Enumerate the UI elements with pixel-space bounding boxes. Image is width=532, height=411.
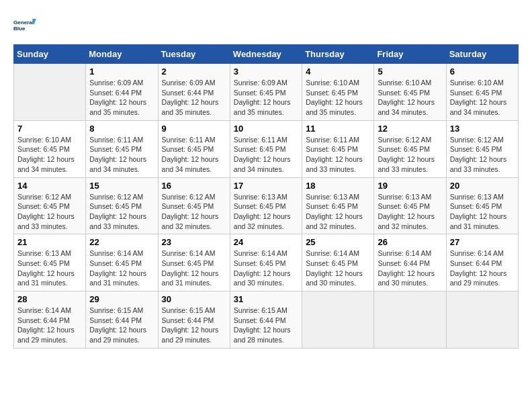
day-info: Sunrise: 6:09 AM Sunset: 6:44 PM Dayligh… (89, 78, 154, 118)
calendar-cell: 16Sunrise: 6:12 AM Sunset: 6:45 PM Dayli… (158, 177, 230, 234)
calendar-cell (446, 291, 518, 349)
day-number: 9 (162, 124, 226, 134)
day-number: 29 (89, 294, 154, 304)
day-number: 21 (17, 237, 82, 247)
day-header-friday: Friday (374, 45, 446, 64)
day-number: 12 (378, 124, 442, 134)
day-info: Sunrise: 6:10 AM Sunset: 6:45 PM Dayligh… (17, 135, 82, 175)
day-number: 3 (234, 66, 298, 77)
day-number: 7 (17, 124, 82, 134)
calendar-cell: 24Sunrise: 6:14 AM Sunset: 6:45 PM Dayli… (230, 234, 302, 291)
day-number: 8 (89, 124, 154, 134)
calendar-cell: 8Sunrise: 6:11 AM Sunset: 6:45 PM Daylig… (86, 120, 158, 177)
day-info: Sunrise: 6:14 AM Sunset: 6:45 PM Dayligh… (89, 248, 154, 288)
day-info: Sunrise: 6:14 AM Sunset: 6:44 PM Dayligh… (378, 248, 442, 288)
day-header-thursday: Thursday (302, 45, 374, 64)
calendar-cell: 1Sunrise: 6:09 AM Sunset: 6:44 PM Daylig… (86, 64, 158, 121)
calendar-cell: 12Sunrise: 6:12 AM Sunset: 6:45 PM Dayli… (374, 120, 446, 177)
day-number: 10 (234, 124, 298, 134)
day-number: 27 (450, 237, 515, 247)
calendar-cell: 29Sunrise: 6:15 AM Sunset: 6:44 PM Dayli… (86, 291, 158, 349)
calendar-cell: 14Sunrise: 6:12 AM Sunset: 6:45 PM Dayli… (14, 177, 86, 234)
calendar-header-row: SundayMondayTuesdayWednesdayThursdayFrid… (14, 45, 519, 64)
day-info: Sunrise: 6:09 AM Sunset: 6:45 PM Dayligh… (234, 78, 298, 118)
week-row-1: 1Sunrise: 6:09 AM Sunset: 6:44 PM Daylig… (14, 64, 519, 121)
day-info: Sunrise: 6:10 AM Sunset: 6:45 PM Dayligh… (306, 78, 370, 118)
day-header-tuesday: Tuesday (158, 45, 230, 64)
calendar-cell: 26Sunrise: 6:14 AM Sunset: 6:44 PM Dayli… (374, 234, 446, 291)
day-info: Sunrise: 6:13 AM Sunset: 6:45 PM Dayligh… (306, 192, 370, 232)
calendar-cell: 25Sunrise: 6:14 AM Sunset: 6:45 PM Dayli… (302, 234, 374, 291)
calendar-cell: 13Sunrise: 6:12 AM Sunset: 6:45 PM Dayli… (446, 120, 518, 177)
day-info: Sunrise: 6:12 AM Sunset: 6:45 PM Dayligh… (450, 135, 515, 175)
day-number: 30 (162, 294, 226, 304)
day-number: 25 (306, 237, 370, 247)
day-info: Sunrise: 6:13 AM Sunset: 6:45 PM Dayligh… (378, 192, 442, 232)
day-info: Sunrise: 6:11 AM Sunset: 6:45 PM Dayligh… (162, 135, 226, 175)
day-info: Sunrise: 6:14 AM Sunset: 6:45 PM Dayligh… (162, 248, 226, 288)
calendar-cell: 27Sunrise: 6:14 AM Sunset: 6:44 PM Dayli… (446, 234, 518, 291)
calendar-cell: 4Sunrise: 6:10 AM Sunset: 6:45 PM Daylig… (302, 64, 374, 121)
day-info: Sunrise: 6:10 AM Sunset: 6:45 PM Dayligh… (450, 78, 515, 118)
day-number: 17 (234, 181, 298, 191)
day-number: 23 (162, 237, 226, 247)
day-number: 6 (450, 66, 515, 77)
day-info: Sunrise: 6:14 AM Sunset: 6:45 PM Dayligh… (234, 248, 298, 288)
logo-icon: GeneralBlue (13, 13, 38, 38)
day-header-monday: Monday (86, 45, 158, 64)
day-info: Sunrise: 6:14 AM Sunset: 6:45 PM Dayligh… (306, 248, 370, 288)
calendar-cell: 19Sunrise: 6:13 AM Sunset: 6:45 PM Dayli… (374, 177, 446, 234)
calendar-cell: 18Sunrise: 6:13 AM Sunset: 6:45 PM Dayli… (302, 177, 374, 234)
day-info: Sunrise: 6:11 AM Sunset: 6:45 PM Dayligh… (89, 135, 154, 175)
day-info: Sunrise: 6:10 AM Sunset: 6:45 PM Dayligh… (378, 78, 442, 118)
calendar-cell (302, 291, 374, 349)
day-info: Sunrise: 6:15 AM Sunset: 6:44 PM Dayligh… (234, 306, 298, 345)
week-row-5: 28Sunrise: 6:14 AM Sunset: 6:44 PM Dayli… (14, 291, 519, 349)
calendar-cell: 21Sunrise: 6:13 AM Sunset: 6:45 PM Dayli… (14, 234, 86, 291)
svg-text:Blue: Blue (13, 26, 26, 32)
day-info: Sunrise: 6:12 AM Sunset: 6:45 PM Dayligh… (17, 192, 82, 232)
day-info: Sunrise: 6:11 AM Sunset: 6:45 PM Dayligh… (306, 135, 370, 175)
day-number: 24 (234, 237, 298, 247)
logo: GeneralBlue (13, 13, 38, 38)
day-number: 28 (17, 294, 82, 304)
day-number: 16 (162, 181, 226, 191)
calendar-cell: 11Sunrise: 6:11 AM Sunset: 6:45 PM Dayli… (302, 120, 374, 177)
day-number: 1 (89, 66, 154, 77)
calendar-cell (374, 291, 446, 349)
day-info: Sunrise: 6:13 AM Sunset: 6:45 PM Dayligh… (234, 192, 298, 232)
calendar-cell: 10Sunrise: 6:11 AM Sunset: 6:45 PM Dayli… (230, 120, 302, 177)
day-info: Sunrise: 6:15 AM Sunset: 6:44 PM Dayligh… (89, 306, 154, 345)
day-number: 4 (306, 66, 370, 77)
calendar-cell: 7Sunrise: 6:10 AM Sunset: 6:45 PM Daylig… (14, 120, 86, 177)
day-number: 5 (378, 66, 442, 77)
day-info: Sunrise: 6:09 AM Sunset: 6:44 PM Dayligh… (162, 78, 226, 118)
calendar-table: SundayMondayTuesdayWednesdayThursdayFrid… (13, 44, 519, 349)
day-number: 13 (450, 124, 515, 134)
calendar-cell: 9Sunrise: 6:11 AM Sunset: 6:45 PM Daylig… (158, 120, 230, 177)
calendar-cell: 28Sunrise: 6:14 AM Sunset: 6:44 PM Dayli… (14, 291, 86, 349)
calendar-cell: 31Sunrise: 6:15 AM Sunset: 6:44 PM Dayli… (230, 291, 302, 349)
calendar-cell: 2Sunrise: 6:09 AM Sunset: 6:44 PM Daylig… (158, 64, 230, 121)
page-header: GeneralBlue (13, 13, 519, 38)
day-info: Sunrise: 6:13 AM Sunset: 6:45 PM Dayligh… (17, 248, 82, 288)
calendar-cell: 20Sunrise: 6:13 AM Sunset: 6:45 PM Dayli… (446, 177, 518, 234)
calendar-cell: 30Sunrise: 6:15 AM Sunset: 6:44 PM Dayli… (158, 291, 230, 349)
day-number: 14 (17, 181, 82, 191)
day-number: 2 (162, 66, 226, 77)
calendar-cell: 22Sunrise: 6:14 AM Sunset: 6:45 PM Dayli… (86, 234, 158, 291)
svg-text:General: General (13, 19, 34, 26)
calendar-cell: 15Sunrise: 6:12 AM Sunset: 6:45 PM Dayli… (86, 177, 158, 234)
calendar-cell: 17Sunrise: 6:13 AM Sunset: 6:45 PM Dayli… (230, 177, 302, 234)
day-header-saturday: Saturday (446, 45, 518, 64)
calendar-cell: 23Sunrise: 6:14 AM Sunset: 6:45 PM Dayli… (158, 234, 230, 291)
week-row-3: 14Sunrise: 6:12 AM Sunset: 6:45 PM Dayli… (14, 177, 519, 234)
day-info: Sunrise: 6:14 AM Sunset: 6:44 PM Dayligh… (17, 306, 82, 345)
calendar-body: 1Sunrise: 6:09 AM Sunset: 6:44 PM Daylig… (14, 64, 519, 349)
day-info: Sunrise: 6:12 AM Sunset: 6:45 PM Dayligh… (89, 192, 154, 232)
calendar-cell: 5Sunrise: 6:10 AM Sunset: 6:45 PM Daylig… (374, 64, 446, 121)
day-number: 15 (89, 181, 154, 191)
day-info: Sunrise: 6:11 AM Sunset: 6:45 PM Dayligh… (234, 135, 298, 175)
day-number: 22 (89, 237, 154, 247)
day-info: Sunrise: 6:14 AM Sunset: 6:44 PM Dayligh… (450, 248, 515, 288)
